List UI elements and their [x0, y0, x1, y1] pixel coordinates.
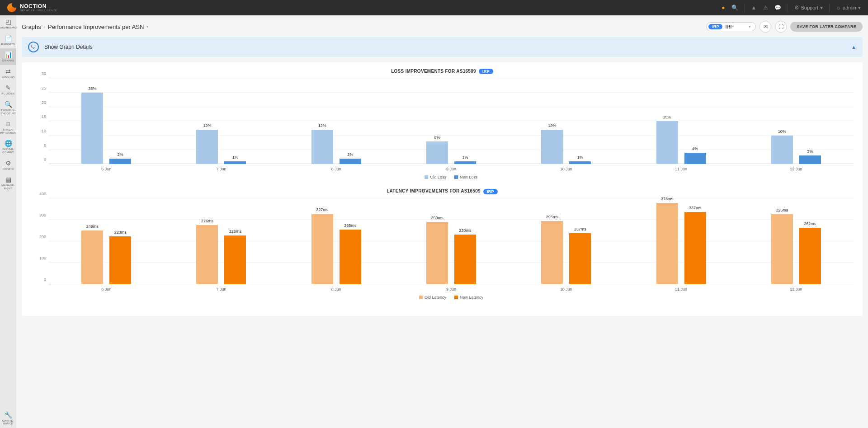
y-tick: 0: [44, 157, 46, 162]
save-button[interactable]: SAVE FOR LATER COMPARE: [790, 22, 863, 32]
legend-swatch: [425, 175, 428, 179]
bar-value-label: 10%: [778, 129, 786, 134]
separator: [788, 3, 788, 12]
search-icon[interactable]: 🔍: [731, 5, 738, 11]
bar-group: 8%1%: [394, 78, 509, 164]
bar-value-label: 325ms: [776, 208, 788, 212]
sidebar-item-inbound[interactable]: ⇄INBOUND: [0, 65, 16, 82]
sidebar-item-management[interactable]: ▤MANAGE- MENT: [0, 173, 16, 193]
bar: 290ms: [426, 222, 448, 284]
separator: [829, 3, 830, 12]
separator: [745, 3, 745, 12]
bar: 1%: [224, 161, 246, 164]
bar: 295ms: [541, 221, 563, 284]
bar: 12%: [311, 130, 333, 164]
bar-group: 249ms223ms: [49, 198, 164, 284]
shield-icon: ⛭: [5, 120, 11, 127]
legend-item: Old Loss: [425, 175, 446, 179]
support-menu[interactable]: ⚙ Support ▾: [794, 5, 823, 11]
bar-group: 10%3%: [739, 78, 854, 164]
irp-pill: IRP: [479, 69, 493, 74]
user-menu[interactable]: ☼ admin ▾: [836, 5, 861, 11]
sidebar-item-config[interactable]: ⚙CONFIG: [0, 157, 16, 174]
logo-text: NOCTION: [20, 4, 57, 9]
bar: 4%: [684, 153, 706, 164]
sidebar-item-dashboard[interactable]: ◰DASHBOARD: [0, 15, 16, 32]
globe-icon: 🌐: [5, 140, 12, 147]
bar-value-label: 237ms: [574, 227, 586, 231]
bar: 226ms: [224, 235, 246, 284]
sidebar-item-global[interactable]: 🌐GLOBAL COMMIT: [0, 137, 16, 156]
bar-value-label: 378ms: [661, 197, 673, 201]
chart-title: LOSS IMPROVEMENTS FOR AS16509IRP: [31, 69, 854, 74]
bar-value-label: 226ms: [229, 229, 241, 234]
bar: 12%: [541, 130, 563, 164]
x-label: 6 Jun: [49, 287, 164, 292]
bar: 276ms: [196, 225, 218, 284]
bar-value-label: 8%: [434, 135, 440, 140]
logo-block: NOCTION NETWORK INTELLIGENCE: [7, 3, 57, 12]
support-icon: ⚙: [794, 5, 799, 11]
x-label: 7 Jun: [164, 167, 278, 171]
bar-value-label: 230ms: [459, 228, 471, 233]
y-tick: 0: [44, 277, 46, 282]
bar-value-label: 25%: [88, 86, 96, 91]
chart: 05101520253025%2%12%1%12%2%8%1%12%1%15%4…: [31, 78, 854, 179]
x-label: 12 Jun: [739, 287, 854, 292]
sidebar-item-graphs[interactable]: 📊GRAPHS: [0, 48, 16, 65]
logo-subtext: NETWORK INTELLIGENCE: [20, 9, 57, 12]
chat-icon[interactable]: 💬: [774, 5, 781, 11]
bar-value-label: 3%: [807, 149, 813, 154]
sidebar-item-reports[interactable]: 📄REPORTS: [0, 32, 16, 49]
bar-value-label: 249ms: [86, 224, 99, 229]
bar: 249ms: [81, 230, 103, 284]
sidebar-item-threat[interactable]: ⛭THREAT MITIGATION: [0, 118, 16, 137]
bar-value-label: 2%: [118, 152, 123, 157]
irp-selector[interactable]: IRP IRP ▾: [706, 22, 756, 31]
sidebar-item-policies[interactable]: ✎POLICIES: [0, 81, 16, 98]
document-icon: 📄: [5, 35, 12, 42]
graph-details-banner[interactable]: 🗨 Show Graph Details ▲: [22, 37, 863, 57]
expand-button[interactable]: ⛶: [775, 21, 787, 33]
bar: 2%: [340, 159, 361, 165]
irp-pill: IRP: [483, 189, 498, 194]
y-tick: 25: [42, 86, 46, 90]
bar: 1%: [569, 161, 591, 164]
x-label: 9 Jun: [394, 287, 509, 292]
legend-label: New Loss: [460, 175, 478, 179]
alert-icon-2[interactable]: ⚠: [763, 5, 768, 11]
sidebar-item-troubleshooting[interactable]: 🔍TROUBLE- SHOOTING: [0, 98, 16, 118]
bar-chart-icon: 📊: [5, 51, 12, 58]
bell-icon[interactable]: ●: [722, 5, 725, 11]
bar: 230ms: [454, 235, 476, 284]
chart-title: LATENCY IMPROVEMENTS FOR AS16509IRP: [31, 188, 854, 193]
bar-group: 378ms337ms: [623, 198, 738, 284]
breadcrumb: Graphs › Performance Improvements per AS…: [22, 24, 149, 30]
y-tick: 200: [39, 235, 46, 239]
bar-group: 276ms226ms: [164, 198, 278, 284]
chevron-up-icon[interactable]: ▲: [851, 44, 856, 50]
x-label: 10 Jun: [509, 287, 623, 292]
bar: 237ms: [569, 233, 591, 284]
legend: Old LatencyNew Latency: [49, 295, 854, 300]
legend-label: New Latency: [460, 295, 483, 300]
bar: 327ms: [311, 214, 333, 284]
crumb-root[interactable]: Graphs: [22, 24, 41, 30]
bar-value-label: 337ms: [689, 206, 701, 210]
sliders-icon: ▤: [5, 176, 11, 183]
bar: 223ms: [109, 236, 131, 284]
bar-value-label: 295ms: [546, 215, 558, 219]
chevron-down-icon[interactable]: ▾: [146, 24, 149, 29]
bar: 337ms: [684, 212, 706, 284]
x-label: 11 Jun: [623, 287, 738, 292]
bar-group: 25%2%: [49, 78, 164, 164]
bar-group: 12%1%: [164, 78, 278, 164]
legend-swatch: [419, 296, 423, 299]
bar-value-label: 2%: [347, 152, 353, 157]
legend-swatch: [454, 175, 458, 179]
chart: 0100200300400249ms223ms276ms226ms327ms25…: [31, 198, 854, 300]
x-label: 10 Jun: [509, 167, 623, 171]
bar: 25%: [81, 93, 103, 164]
alert-icon-1[interactable]: ▲: [751, 5, 757, 11]
mail-button[interactable]: ✉: [760, 21, 771, 33]
